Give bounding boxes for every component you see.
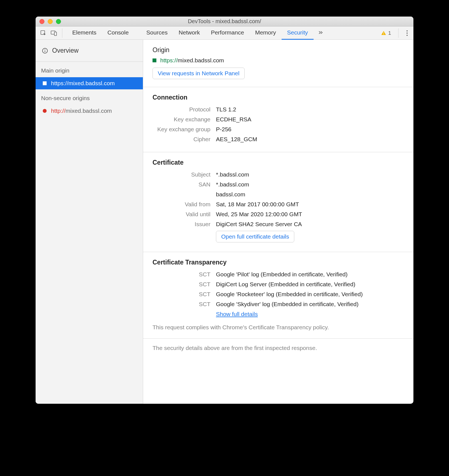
show-full-details-link[interactable]: Show full details [216, 311, 258, 317]
issuer-label: Issuer [153, 219, 213, 229]
tab-elements[interactable]: Elements [67, 26, 102, 40]
toolbar-separator [62, 28, 62, 38]
more-menu-icon[interactable] [403, 30, 411, 36]
subject-label: Subject [153, 170, 213, 180]
ct-section: Certificate Transparency SCTGoogle 'Pilo… [143, 252, 413, 339]
origin-host: mixed.badssl.com [66, 108, 112, 114]
valid-until-label: Valid until [153, 209, 213, 219]
sidebar-main-origin-heading: Main origin [36, 62, 143, 77]
inspect-element-icon[interactable] [39, 29, 47, 37]
origin-scheme: https:// [160, 57, 178, 63]
warnings-count: 1 [388, 30, 391, 36]
sidebar-overview[interactable]: Overview [36, 40, 143, 62]
sct-value: Google 'Skydiver' log (Embedded in certi… [213, 299, 365, 309]
issuer-value: DigiCert SHA2 Secure Server CA [213, 219, 305, 229]
sct-label: SCT [153, 279, 213, 289]
svg-rect-3 [384, 32, 384, 33]
titlebar: DevTools - mixed.badssl.com/ [36, 17, 413, 26]
zoom-window-button[interactable] [56, 19, 61, 24]
cipher-label: Cipher [153, 134, 213, 144]
san-value-2: badssl.com [213, 189, 305, 199]
tab-network[interactable]: Network [173, 26, 205, 40]
window-title: DevTools - mixed.badssl.com/ [36, 18, 413, 25]
origin-scheme: https:// [51, 80, 68, 86]
insecure-origin-icon [43, 109, 47, 113]
sct-value: Google 'Pilot' log (Embedded in certific… [213, 269, 365, 279]
valid-until-value: Wed, 25 Mar 2020 12:00:00 GMT [213, 209, 305, 219]
panel-tabs: Elements Console Sources Network Perform… [67, 26, 327, 40]
origin-host: mixed.badssl.com [68, 80, 115, 86]
ct-compliance-note: This request complies with Chrome's Cert… [153, 324, 404, 331]
connection-heading: Connection [153, 94, 404, 101]
sct-label: SCT [153, 299, 213, 309]
key-exchange-group-label: Key exchange group [153, 124, 213, 134]
svg-rect-4 [384, 34, 384, 34]
tab-security[interactable]: Security [282, 26, 314, 40]
security-sidebar: Overview Main origin https://mixed.badss… [36, 40, 143, 404]
sct-value: Google 'Rocketeer' log (Embedded in cert… [213, 289, 365, 299]
secure-origin-icon [43, 81, 47, 85]
traffic-lights [36, 19, 61, 24]
ct-heading: Certificate Transparency [153, 259, 404, 266]
view-requests-button[interactable]: View requests in Network Panel [153, 68, 245, 79]
origin-host: mixed.badssl.com [178, 57, 224, 63]
devtools-window: DevTools - mixed.badssl.com/ Elements Co… [36, 17, 413, 404]
sidebar-origin-selected[interactable]: https://mixed.badssl.com [36, 77, 143, 89]
valid-from-label: Valid from [153, 199, 213, 209]
certificate-table: Subject*.badssl.com SAN*.badssl.com bads… [153, 170, 305, 244]
device-toolbar-icon[interactable] [50, 29, 58, 37]
origin-scheme: http:// [51, 108, 66, 114]
key-exchange-group-value: P-256 [213, 124, 260, 134]
sct-value: DigiCert Log Server (Embedded in certifi… [213, 279, 365, 289]
tab-console[interactable]: Console [102, 26, 134, 40]
origin-url: https://mixed.badssl.com [153, 57, 404, 64]
subject-value: *.badssl.com [213, 170, 305, 180]
tab-memory[interactable]: Memory [250, 26, 282, 40]
key-exchange-label: Key exchange [153, 114, 213, 124]
devtools-toolbar: Elements Console Sources Network Perform… [36, 26, 413, 40]
tabs-overflow-icon[interactable] [314, 26, 327, 40]
sidebar-origin-nonsecure[interactable]: http://mixed.badssl.com [36, 105, 143, 117]
ct-table: SCTGoogle 'Pilot' log (Embedded in certi… [153, 269, 365, 319]
sct-label: SCT [153, 269, 213, 279]
svg-rect-2 [54, 32, 57, 36]
key-exchange-value: ECDHE_RSA [213, 114, 260, 124]
certificate-heading: Certificate [153, 159, 404, 166]
overview-label: Overview [52, 47, 79, 54]
origin-section: Origin https://mixed.badssl.com View req… [143, 40, 413, 87]
protocol-value: TLS 1.2 [213, 105, 260, 114]
close-window-button[interactable] [39, 19, 44, 24]
protocol-label: Protocol [153, 105, 213, 114]
info-icon [42, 47, 48, 54]
minimize-window-button[interactable] [48, 19, 53, 24]
origin-heading: Origin [153, 46, 404, 54]
cipher-value: AES_128_GCM [213, 134, 260, 144]
open-certificate-details-button[interactable]: Open full certificate details [216, 231, 294, 242]
san-value-1: *.badssl.com [213, 180, 305, 189]
valid-from-value: Sat, 18 Mar 2017 00:00:00 GMT [213, 199, 305, 209]
san-label: SAN [153, 180, 213, 189]
toolbar-separator [398, 28, 399, 38]
connection-section: Connection ProtocolTLS 1.2 Key exchangeE… [143, 87, 413, 152]
secure-origin-icon [153, 58, 156, 62]
warnings-badge[interactable]: 1 [378, 30, 394, 36]
sidebar-nonsecure-heading: Non-secure origins [36, 89, 143, 105]
security-main: Origin https://mixed.badssl.com View req… [143, 40, 413, 404]
svg-point-7 [45, 49, 45, 50]
footer-note: The security details above are from the … [143, 339, 413, 357]
tab-sources[interactable]: Sources [141, 26, 173, 40]
sct-label: SCT [153, 289, 213, 299]
certificate-section: Certificate Subject*.badssl.com SAN*.bad… [143, 152, 413, 252]
connection-table: ProtocolTLS 1.2 Key exchangeECDHE_RSA Ke… [153, 105, 260, 144]
tab-performance[interactable]: Performance [205, 26, 250, 40]
